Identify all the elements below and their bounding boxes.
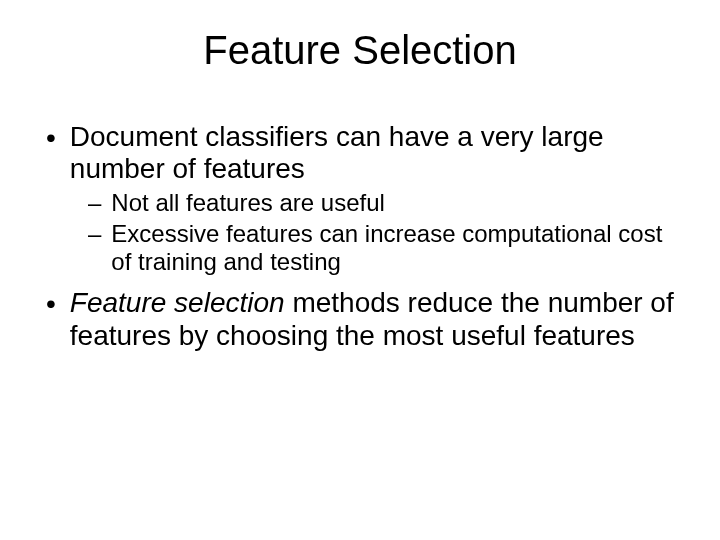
bullet-item: – Not all features are useful (40, 189, 680, 218)
bullet-dash-icon: – (88, 220, 101, 249)
italic-term: Feature selection (70, 287, 285, 318)
bullet-text: Excessive features can increase computat… (111, 220, 680, 275)
bullet-text: Document classifiers can have a very lar… (70, 121, 680, 185)
slide-title: Feature Selection (40, 28, 680, 73)
bullet-dash-icon: – (88, 189, 101, 218)
bullet-item: • Feature selection methods reduce the n… (40, 287, 680, 351)
slide-content: • Document classifiers can have a very l… (40, 121, 680, 352)
bullet-item: – Excessive features can increase comput… (40, 220, 680, 275)
bullet-text: Feature selection methods reduce the num… (70, 287, 680, 351)
bullet-dot-icon: • (46, 287, 56, 321)
bullet-item: • Document classifiers can have a very l… (40, 121, 680, 185)
bullet-text: Not all features are useful (111, 189, 384, 217)
bullet-dot-icon: • (46, 121, 56, 155)
